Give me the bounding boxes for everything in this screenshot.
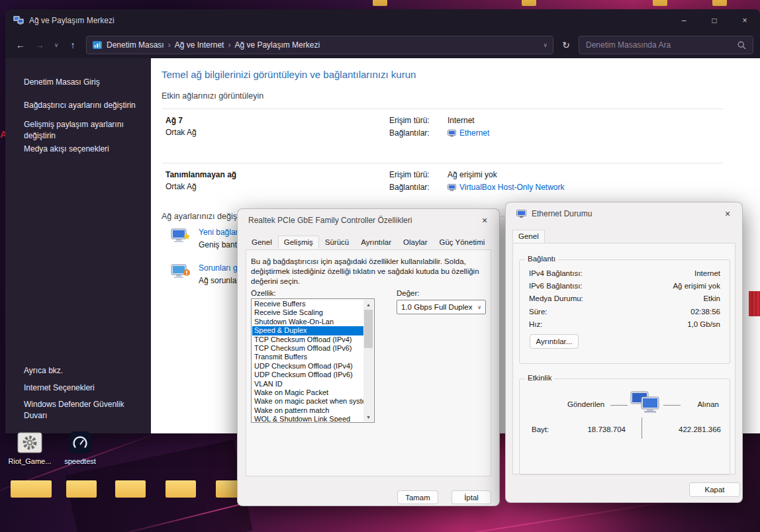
- search-box[interactable]: [579, 36, 753, 54]
- list-item[interactable]: UDP Checksum Offload (IPv4): [252, 362, 363, 371]
- minimize-button[interactable]: –: [669, 9, 699, 32]
- close-dialog-button[interactable]: Kapat: [689, 482, 740, 497]
- tab-genel[interactable]: Genel: [512, 230, 545, 243]
- adapter-properties-dialog: Realtek PCIe GbE Family Controller Özell…: [237, 208, 500, 506]
- tab-ayrintilar[interactable]: Ayrıntılar: [355, 236, 397, 249]
- breadcrumb-item[interactable]: Ağ ve Internet: [175, 40, 224, 50]
- desktop-icon-speedtest[interactable]: speedtest: [58, 430, 102, 465]
- property-listbox[interactable]: Receive Buffers Receive Side Scaling Shu…: [251, 298, 375, 423]
- row-label: Hız:: [529, 320, 542, 331]
- row-value: 02:38:56: [690, 308, 720, 318]
- connection-link[interactable]: VirtualBox Host-Only Network: [459, 183, 565, 192]
- sidebar: Denetim Masası Giriş Bağdaştırıcı ayarla…: [5, 58, 151, 433]
- maximize-button[interactable]: □: [699, 9, 730, 32]
- row-label: IPv4 Bağlantısı:: [529, 269, 583, 280]
- desktop-icon-corel[interactable]: Corel: [11, 490, 52, 498]
- scroll-down-icon[interactable]: ▼: [363, 412, 373, 421]
- list-item[interactable]: Wake on Magic Packet: [252, 388, 363, 397]
- network-profile: Ortak Ağ: [166, 128, 389, 137]
- see-also-heading: Ayrıca bkz.: [24, 366, 143, 375]
- details-button[interactable]: Ayrıntılar...: [530, 334, 579, 349]
- sidebar-item-sharing-settings[interactable]: Gelişmiş paylaşım ayarlarını değiştirin: [24, 119, 143, 142]
- ok-button[interactable]: Tamam: [397, 490, 438, 504]
- breadcrumb-item[interactable]: Denetim Masası: [107, 40, 164, 50]
- ethernet-status-dialog: Ethernet Durumu × Genel Bağlantı IPv4 Ba…: [505, 202, 743, 503]
- listbox-scrollbar[interactable]: ▲ ▼: [363, 300, 373, 421]
- history-dropdown-icon[interactable]: ∨: [50, 36, 62, 54]
- close-button[interactable]: ×: [730, 9, 760, 32]
- forward-button[interactable]: →: [31, 36, 48, 54]
- window-title: Ağ ve Paylaşım Merkezi: [29, 16, 115, 25]
- list-item[interactable]: Wake on magic packet when syste: [252, 397, 363, 406]
- breadcrumb-item[interactable]: Ağ ve Paylaşım Merkezi: [234, 40, 320, 50]
- tab-gelismis[interactable]: Gelişmiş: [278, 236, 319, 249]
- network-window-icon: [13, 16, 24, 25]
- desktop-icon-software[interactable]: Software: [60, 490, 103, 498]
- folder-icon-partial[interactable]: [522, 0, 536, 6]
- tab-guc-yonetimi[interactable]: Güç Yönetimi: [433, 236, 491, 249]
- ethernet-icon: [448, 184, 456, 191]
- bytes-divider: [641, 418, 642, 439]
- network-row: Ağ 7 Ortak Ağ Erişim türü: Internet Bağl…: [162, 109, 723, 163]
- tab-surucu[interactable]: Sürücü: [319, 236, 355, 249]
- network-name: Tanımlanmayan ağ: [166, 170, 389, 179]
- tab-strip: Genel Gelişmiş Sürücü Ayrıntılar Olaylar…: [246, 236, 491, 249]
- up-button[interactable]: ↑: [64, 36, 81, 54]
- desktop-icon-priv[interactable]: Priv: [162, 490, 200, 498]
- back-button[interactable]: ←: [12, 36, 29, 54]
- connection-group: Bağlantı IPv4 Bağlantısı: Internet IPv6 …: [519, 259, 730, 364]
- ok-button-label: Tamam: [405, 494, 430, 502]
- list-item[interactable]: TCP Checksum Offload (IPv4): [252, 335, 363, 344]
- desktop-icon-label: speedtest: [58, 457, 102, 465]
- refresh-button[interactable]: ↻: [555, 36, 577, 54]
- connections-label: Bağlantılar:: [389, 183, 448, 192]
- list-item[interactable]: Receive Buffers: [252, 300, 363, 308]
- dialog-titlebar[interactable]: Realtek PCIe GbE Family Controller Özell…: [238, 209, 499, 232]
- list-item[interactable]: WOL & Shutdown Link Speed: [252, 415, 363, 421]
- sidebar-item-home[interactable]: Denetim Masası Giriş: [24, 77, 143, 88]
- connection-link[interactable]: Ethernet: [459, 128, 489, 138]
- search-input[interactable]: [586, 40, 734, 50]
- scroll-up-icon[interactable]: ▲: [363, 300, 373, 309]
- list-item[interactable]: TCP Checksum Offload (IPv6): [252, 344, 363, 353]
- address-bar: ← → ∨ ↑ Denetim Masası › Ağ ve Internet …: [5, 32, 760, 58]
- sidebar-item-defender-firewall[interactable]: Windows Defender Güvenlik Duvarı: [24, 399, 143, 422]
- row-label: Medya Durumu:: [529, 294, 583, 305]
- folder-icon-partial[interactable]: [712, 0, 727, 6]
- list-item[interactable]: UDP Checksum Offload (IPv6): [252, 371, 363, 379]
- list-item[interactable]: Transmit Buffers: [252, 353, 363, 361]
- list-item[interactable]: Shutdown Wake-On-Lan: [252, 318, 363, 326]
- list-item[interactable]: Receive Side Scaling: [252, 308, 363, 317]
- scrollbar-thumb[interactable]: [364, 310, 373, 348]
- folder-icon-partial[interactable]: [373, 0, 387, 6]
- list-item[interactable]: VLAN ID: [252, 380, 363, 388]
- window-titlebar[interactable]: Ağ ve Paylaşım Merkezi – □ ×: [5, 9, 760, 32]
- breadcrumb[interactable]: Denetim Masası › Ağ ve Internet › Ağ ve …: [86, 36, 553, 54]
- close-icon[interactable]: ×: [470, 209, 499, 232]
- close-icon[interactable]: ×: [713, 202, 742, 225]
- cancel-button[interactable]: İptal: [451, 490, 491, 504]
- breadcrumb-dropdown-icon[interactable]: ∨: [543, 42, 547, 48]
- folder-icon-partial[interactable]: [653, 0, 667, 6]
- value-dropdown[interactable]: 1.0 Gbps Full Duplex ∨: [397, 300, 486, 314]
- dialog-titlebar[interactable]: Ethernet Durumu: [506, 202, 742, 225]
- dialog-title: Realtek PCIe GbE Family Controller Özell…: [248, 216, 412, 225]
- desktop-icon-nothing[interactable]: Nothing: [110, 490, 151, 498]
- activity-group-label: Etkinlik: [525, 374, 554, 382]
- sidebar-item-internet-options[interactable]: Internet Seçenekleri: [24, 382, 143, 394]
- sidebar-item-adapter-settings[interactable]: Bağdaştırıcı ayarlarını değiştirin: [24, 100, 143, 111]
- activity-group: Etkinlik Gönderilen Alınan Bayt: 18.738.…: [519, 378, 730, 475]
- troubleshoot-icon: [171, 263, 191, 281]
- received-label: Alınan: [697, 400, 719, 408]
- tab-olaylar[interactable]: Olaylar: [397, 236, 433, 249]
- network-name: Ağ 7: [166, 116, 389, 125]
- list-item-selected[interactable]: Speed & Duplex: [252, 326, 363, 335]
- desktop-icon-riot-game[interactable]: Riot_Game...: [4, 431, 56, 465]
- computers-icon: [630, 391, 661, 415]
- access-type-label: Erişim türü:: [389, 116, 448, 125]
- bytes-received-value: 422.281.366: [648, 425, 721, 433]
- sidebar-item-media-streaming[interactable]: Medya akışı seçenekleri: [24, 144, 143, 155]
- tab-genel[interactable]: Genel: [246, 236, 278, 249]
- list-item[interactable]: Wake on pattern match: [252, 406, 363, 415]
- desktop-icon-label: Riot_Game...: [4, 457, 56, 465]
